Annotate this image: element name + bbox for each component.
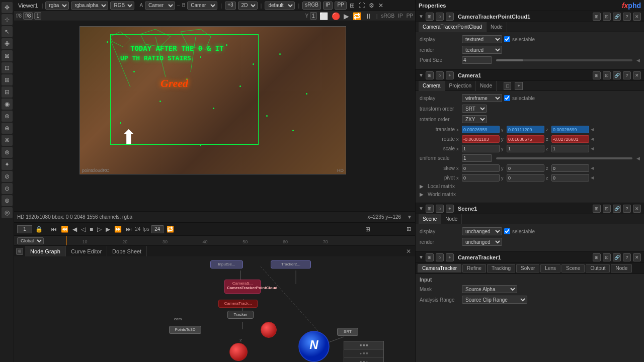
ng-node-points3d[interactable]: PointsTo3D xyxy=(169,326,201,334)
pp-btn[interactable]: PP xyxy=(335,2,346,10)
lut-select[interactable]: default xyxy=(265,2,295,10)
pivot-x-input[interactable]: 0 xyxy=(462,174,500,182)
pb-loop[interactable]: 🔁 xyxy=(166,226,175,233)
pointsize-arrow[interactable]: ◀ xyxy=(636,58,640,63)
tracker-tab-tracking[interactable]: Tracking xyxy=(487,264,515,273)
panel1-icon3[interactable]: + xyxy=(446,13,454,21)
tracker-tab-output[interactable]: Output xyxy=(586,264,610,273)
global-select[interactable]: Global xyxy=(17,237,44,244)
tab-curve-editor[interactable]: Curve Editor xyxy=(66,246,107,257)
tool-select[interactable]: ✥ xyxy=(2,2,13,13)
channel-select[interactable]: rgba xyxy=(45,2,69,10)
display-select[interactable]: textured xyxy=(462,35,502,43)
ng-node-srt[interactable]: SRT xyxy=(337,328,358,336)
ng-icon[interactable]: ⊞ xyxy=(16,248,23,255)
tool-box4[interactable]: ⊟ xyxy=(2,86,13,98)
panel1-clone[interactable]: ⊡ xyxy=(603,13,611,21)
tool-dot[interactable]: ✦ xyxy=(2,159,13,170)
tool-plus[interactable]: ⊕ xyxy=(2,123,13,134)
rotate-y-input[interactable]: 0.01688575 xyxy=(507,135,544,143)
scale-arrow[interactable]: ◀ xyxy=(591,146,594,151)
viewer-btn-zoom[interactable]: ⛶ xyxy=(358,2,366,9)
rotate-arrow[interactable]: ◀ xyxy=(591,137,594,141)
tracker-tab-solver[interactable]: Solver xyxy=(516,264,539,273)
rotation-order-select[interactable]: ZXY xyxy=(462,115,487,123)
tool-move[interactable]: ⊹ xyxy=(2,14,13,25)
tool-star[interactable]: ❋ xyxy=(2,135,13,146)
camera-b-select[interactable]: Camer xyxy=(187,2,217,10)
pointsize-slider[interactable] xyxy=(496,59,632,61)
skew-y-input[interactable]: 0 xyxy=(507,164,544,172)
pb-next-frame[interactable]: ▷ xyxy=(96,226,103,233)
panel2-tab-node[interactable]: Node xyxy=(476,81,497,91)
tool-rings[interactable]: ◎ xyxy=(2,207,13,218)
scale-y-input[interactable]: 1 xyxy=(507,145,544,152)
tab-dope-sheet[interactable]: Dope Sheet xyxy=(107,246,147,257)
skew-arrow[interactable]: ◀ xyxy=(591,166,594,170)
pb-layout[interactable]: ⊞ xyxy=(364,226,371,233)
panel2-help[interactable]: ? xyxy=(623,71,631,79)
pb-icon-pause[interactable]: ⏸ xyxy=(365,12,372,20)
translate-x-input[interactable]: 0.00026959 xyxy=(462,126,500,133)
panel3-tab-node[interactable]: Node xyxy=(441,214,462,224)
skew-x-input[interactable]: 0 xyxy=(462,164,500,172)
viewer-btn-fit[interactable]: ⊞ xyxy=(349,2,356,9)
scene-selectable-check[interactable] xyxy=(504,228,510,234)
pb-end-btn[interactable]: ⊞ xyxy=(406,226,412,232)
alpha-select[interactable]: rgba.alpha xyxy=(71,2,108,10)
pb-next[interactable]: ▶ xyxy=(105,226,111,233)
scale-z-input[interactable]: 1 xyxy=(551,145,589,152)
local-matrix-expand[interactable]: ▶ xyxy=(420,184,424,189)
pb-icon-loop[interactable]: 🔁 xyxy=(353,12,361,20)
pb-prev-frame[interactable]: ◁ xyxy=(80,226,87,233)
panel2-icon1[interactable]: ⊞ xyxy=(426,71,434,79)
pb-next-key[interactable]: ⏩ xyxy=(113,226,123,233)
panel3-icon3[interactable]: + xyxy=(446,205,454,213)
panel3-copy[interactable]: ⊞ xyxy=(593,205,601,213)
pointsize-input[interactable]: 4 xyxy=(462,56,492,64)
world-matrix-expand[interactable]: ▶ xyxy=(420,192,424,197)
viewer-btn-settings[interactable]: ⚙ xyxy=(368,2,375,9)
translate-arrow[interactable]: ◀ xyxy=(591,127,594,132)
pb-icon-rec[interactable]: 🔴 xyxy=(332,12,340,20)
tracker-tab-lens[interactable]: Lens xyxy=(540,264,560,273)
panel1-link[interactable]: 🔗 xyxy=(613,13,621,21)
panel1-tab-main[interactable]: CameraTrackerPointCloud xyxy=(419,22,487,32)
panel3-help[interactable]: ? xyxy=(623,205,631,213)
ng-sphere1[interactable] xyxy=(261,322,277,338)
panel1-help[interactable]: ? xyxy=(623,13,631,21)
panel2-copy[interactable]: ⊞ xyxy=(593,71,601,79)
panel3-close[interactable]: ✕ xyxy=(633,205,641,213)
panel3-expand[interactable]: ▼ xyxy=(419,206,424,211)
selectable-check2[interactable] xyxy=(504,95,510,101)
tool-box3[interactable]: ⊞ xyxy=(2,74,13,85)
panel4-clone[interactable]: ⊡ xyxy=(603,253,611,261)
panel4-copy[interactable]: ⊞ xyxy=(593,253,601,261)
ng-node-input2[interactable]: Tracker2... xyxy=(271,260,311,268)
panel1-tab-node[interactable]: Node xyxy=(487,22,507,32)
selectable-check1[interactable] xyxy=(504,36,510,42)
panel4-icon3[interactable]: + xyxy=(446,253,454,261)
camera-a-select[interactable]: Camer xyxy=(145,2,175,10)
fps-input[interactable] xyxy=(151,225,164,233)
panel2-icon3[interactable]: + xyxy=(446,71,454,79)
uniform-scale-input[interactable]: 1 xyxy=(462,154,492,162)
pb-prev-key[interactable]: ⏪ xyxy=(60,226,69,233)
ng-node-source[interactable]: CameraS... CameraTrackerPointCloud xyxy=(224,280,261,294)
ip-btn[interactable]: IP xyxy=(323,2,333,10)
panel4-expand[interactable]: ▼ xyxy=(419,254,424,260)
tool-box1[interactable]: ⊠ xyxy=(2,50,13,61)
rotate-x-input[interactable]: -0.06381183 xyxy=(462,135,500,143)
tool-circle2[interactable]: ⊛ xyxy=(2,111,13,122)
panel3-link[interactable]: 🔗 xyxy=(613,205,621,213)
ng-close[interactable]: ✕ xyxy=(404,248,413,255)
pivot-y-input[interactable]: 0 xyxy=(507,174,544,182)
panel2-clone[interactable]: ⊡ xyxy=(603,71,611,79)
panel3-clone[interactable]: ⊡ xyxy=(603,205,611,213)
panel1-icon1[interactable]: ⊞ xyxy=(426,13,434,21)
tracker-tab-node[interactable]: Node xyxy=(611,264,632,273)
panel4-close[interactable]: ✕ xyxy=(633,253,641,261)
skew-z-input[interactable]: 0 xyxy=(551,164,589,172)
panel2-link[interactable]: 🔗 xyxy=(613,71,621,79)
display-icon2[interactable]: + xyxy=(515,82,522,90)
